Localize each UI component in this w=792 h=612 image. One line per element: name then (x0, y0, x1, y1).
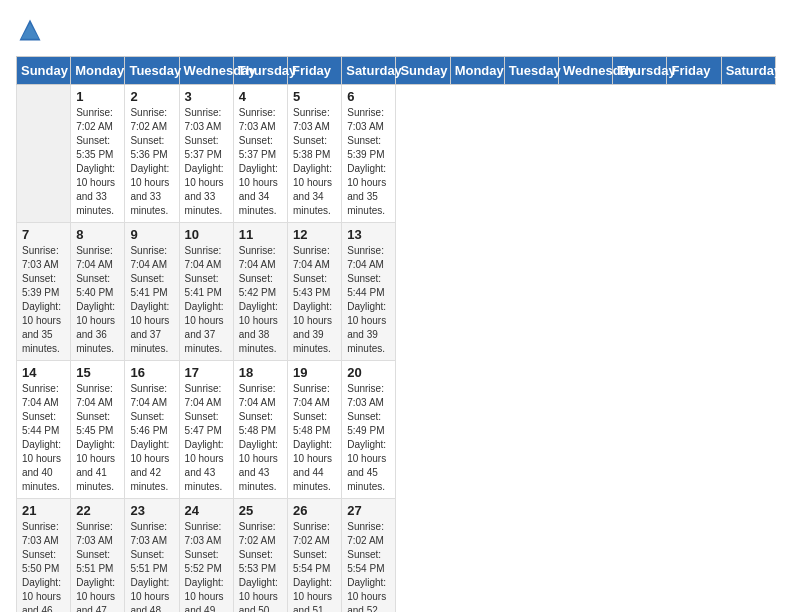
day-number: 16 (130, 365, 173, 380)
day-info: Sunrise: 7:04 AMSunset: 5:47 PMDaylight:… (185, 382, 228, 494)
daylight-label: Daylight: 10 hours and 51 minutes. (293, 577, 332, 612)
day-header-monday: Monday (450, 57, 504, 85)
daylight-label: Daylight: 10 hours and 44 minutes. (293, 439, 332, 492)
day-info: Sunrise: 7:03 AMSunset: 5:39 PMDaylight:… (22, 244, 65, 356)
sunrise-label: Sunrise: 7:04 AM (293, 383, 330, 408)
day-header-tuesday: Tuesday (125, 57, 179, 85)
day-number: 13 (347, 227, 390, 242)
calendar-cell: 19Sunrise: 7:04 AMSunset: 5:48 PMDayligh… (288, 361, 342, 499)
sunrise-label: Sunrise: 7:03 AM (347, 107, 384, 132)
logo (16, 16, 48, 44)
calendar-cell: 15Sunrise: 7:04 AMSunset: 5:45 PMDayligh… (71, 361, 125, 499)
sunset-label: Sunset: 5:37 PM (239, 135, 276, 160)
daylight-label: Daylight: 10 hours and 35 minutes. (22, 301, 61, 354)
calendar-cell: 6Sunrise: 7:03 AMSunset: 5:39 PMDaylight… (342, 85, 396, 223)
sunrise-label: Sunrise: 7:02 AM (130, 107, 167, 132)
day-header-sunday: Sunday (17, 57, 71, 85)
daylight-label: Daylight: 10 hours and 50 minutes. (239, 577, 278, 612)
day-info: Sunrise: 7:04 AMSunset: 5:44 PMDaylight:… (22, 382, 65, 494)
calendar-cell: 18Sunrise: 7:04 AMSunset: 5:48 PMDayligh… (233, 361, 287, 499)
day-info: Sunrise: 7:04 AMSunset: 5:42 PMDaylight:… (239, 244, 282, 356)
sunrise-label: Sunrise: 7:02 AM (239, 521, 276, 546)
day-info: Sunrise: 7:02 AMSunset: 5:54 PMDaylight:… (347, 520, 390, 612)
calendar-cell: 4Sunrise: 7:03 AMSunset: 5:37 PMDaylight… (233, 85, 287, 223)
calendar-cell: 20Sunrise: 7:03 AMSunset: 5:49 PMDayligh… (342, 361, 396, 499)
day-info: Sunrise: 7:04 AMSunset: 5:44 PMDaylight:… (347, 244, 390, 356)
sunset-label: Sunset: 5:51 PM (130, 549, 167, 574)
sunset-label: Sunset: 5:43 PM (293, 273, 330, 298)
sunset-label: Sunset: 5:40 PM (76, 273, 113, 298)
daylight-label: Daylight: 10 hours and 41 minutes. (76, 439, 115, 492)
calendar-cell: 9Sunrise: 7:04 AMSunset: 5:41 PMDaylight… (125, 223, 179, 361)
calendar-cell: 3Sunrise: 7:03 AMSunset: 5:37 PMDaylight… (179, 85, 233, 223)
sunrise-label: Sunrise: 7:03 AM (347, 383, 384, 408)
day-number: 4 (239, 89, 282, 104)
day-info: Sunrise: 7:03 AMSunset: 5:51 PMDaylight:… (130, 520, 173, 612)
sunset-label: Sunset: 5:39 PM (22, 273, 59, 298)
sunset-label: Sunset: 5:48 PM (293, 411, 330, 436)
sunset-label: Sunset: 5:53 PM (239, 549, 276, 574)
daylight-label: Daylight: 10 hours and 34 minutes. (239, 163, 278, 216)
sunrise-label: Sunrise: 7:03 AM (76, 521, 113, 546)
calendar-cell: 25Sunrise: 7:02 AMSunset: 5:53 PMDayligh… (233, 499, 287, 613)
day-number: 15 (76, 365, 119, 380)
daylight-label: Daylight: 10 hours and 47 minutes. (76, 577, 115, 612)
day-header-wednesday: Wednesday (179, 57, 233, 85)
day-number: 14 (22, 365, 65, 380)
daylight-label: Daylight: 10 hours and 36 minutes. (76, 301, 115, 354)
day-number: 10 (185, 227, 228, 242)
daylight-label: Daylight: 10 hours and 43 minutes. (239, 439, 278, 492)
sunrise-label: Sunrise: 7:04 AM (347, 245, 384, 270)
daylight-label: Daylight: 10 hours and 35 minutes. (347, 163, 386, 216)
day-header-saturday: Saturday (721, 57, 775, 85)
calendar-cell (17, 85, 71, 223)
day-header-tuesday: Tuesday (504, 57, 558, 85)
day-number: 5 (293, 89, 336, 104)
day-number: 27 (347, 503, 390, 518)
calendar-cell: 5Sunrise: 7:03 AMSunset: 5:38 PMDaylight… (288, 85, 342, 223)
sunset-label: Sunset: 5:35 PM (76, 135, 113, 160)
calendar-week-row: 14Sunrise: 7:04 AMSunset: 5:44 PMDayligh… (17, 361, 776, 499)
calendar-cell: 27Sunrise: 7:02 AMSunset: 5:54 PMDayligh… (342, 499, 396, 613)
day-info: Sunrise: 7:04 AMSunset: 5:40 PMDaylight:… (76, 244, 119, 356)
calendar-cell: 21Sunrise: 7:03 AMSunset: 5:50 PMDayligh… (17, 499, 71, 613)
sunset-label: Sunset: 5:44 PM (22, 411, 59, 436)
sunrise-label: Sunrise: 7:04 AM (239, 245, 276, 270)
sunset-label: Sunset: 5:52 PM (185, 549, 222, 574)
day-number: 22 (76, 503, 119, 518)
daylight-label: Daylight: 10 hours and 45 minutes. (347, 439, 386, 492)
page-header (16, 16, 776, 44)
day-number: 21 (22, 503, 65, 518)
daylight-label: Daylight: 10 hours and 49 minutes. (185, 577, 224, 612)
day-info: Sunrise: 7:03 AMSunset: 5:49 PMDaylight:… (347, 382, 390, 494)
sunrise-label: Sunrise: 7:02 AM (347, 521, 384, 546)
calendar-cell: 26Sunrise: 7:02 AMSunset: 5:54 PMDayligh… (288, 499, 342, 613)
sunset-label: Sunset: 5:41 PM (185, 273, 222, 298)
calendar-week-row: 7Sunrise: 7:03 AMSunset: 5:39 PMDaylight… (17, 223, 776, 361)
daylight-label: Daylight: 10 hours and 40 minutes. (22, 439, 61, 492)
day-number: 26 (293, 503, 336, 518)
day-header-sunday: Sunday (396, 57, 450, 85)
day-info: Sunrise: 7:03 AMSunset: 5:37 PMDaylight:… (239, 106, 282, 218)
day-number: 25 (239, 503, 282, 518)
day-number: 8 (76, 227, 119, 242)
day-info: Sunrise: 7:04 AMSunset: 5:41 PMDaylight:… (185, 244, 228, 356)
day-info: Sunrise: 7:03 AMSunset: 5:39 PMDaylight:… (347, 106, 390, 218)
day-header-wednesday: Wednesday (559, 57, 613, 85)
day-info: Sunrise: 7:02 AMSunset: 5:35 PMDaylight:… (76, 106, 119, 218)
day-info: Sunrise: 7:04 AMSunset: 5:45 PMDaylight:… (76, 382, 119, 494)
day-info: Sunrise: 7:03 AMSunset: 5:50 PMDaylight:… (22, 520, 65, 612)
sunset-label: Sunset: 5:50 PM (22, 549, 59, 574)
day-header-friday: Friday (667, 57, 721, 85)
day-number: 24 (185, 503, 228, 518)
sunrise-label: Sunrise: 7:03 AM (239, 107, 276, 132)
day-number: 12 (293, 227, 336, 242)
day-number: 1 (76, 89, 119, 104)
daylight-label: Daylight: 10 hours and 37 minutes. (185, 301, 224, 354)
sunset-label: Sunset: 5:49 PM (347, 411, 384, 436)
sunrise-label: Sunrise: 7:03 AM (130, 521, 167, 546)
calendar-cell: 13Sunrise: 7:04 AMSunset: 5:44 PMDayligh… (342, 223, 396, 361)
sunset-label: Sunset: 5:36 PM (130, 135, 167, 160)
calendar-table: SundayMondayTuesdayWednesdayThursdayFrid… (16, 56, 776, 612)
calendar-cell: 11Sunrise: 7:04 AMSunset: 5:42 PMDayligh… (233, 223, 287, 361)
